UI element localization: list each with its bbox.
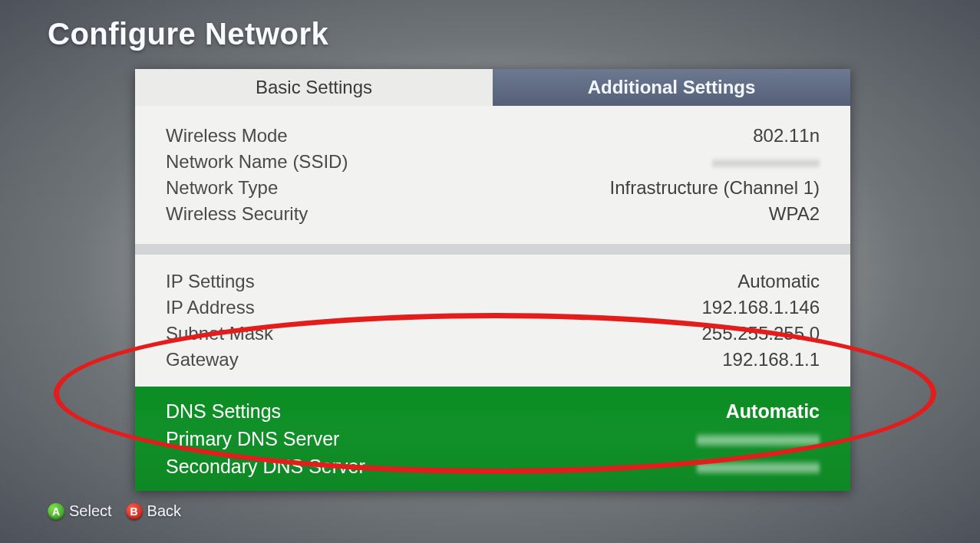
- ssid-row: Network Name (SSID): [166, 149, 820, 175]
- ip-settings-label: IP Settings: [166, 268, 255, 295]
- page-title: Configure Network: [48, 17, 328, 51]
- ssid-obscured: [712, 157, 820, 169]
- secondary-dns-label: Secondary DNS Server: [166, 452, 365, 480]
- wireless-mode-row: Wireless Mode 802.11n: [166, 123, 820, 149]
- ip-settings-row: IP Settings Automatic: [166, 268, 820, 295]
- network-type-value: Infrastructure (Channel 1): [610, 175, 820, 201]
- primary-dns-value: [697, 425, 820, 452]
- settings-panel: Basic Settings Additional Settings Wirel…: [135, 69, 850, 491]
- tabs: Basic Settings Additional Settings: [135, 69, 850, 106]
- b-button-icon: B: [126, 503, 143, 520]
- dns-settings-value: Automatic: [726, 397, 820, 425]
- ip-address-value: 192.168.1.146: [702, 295, 820, 321]
- network-type-row: Network Type Infrastructure (Channel 1): [166, 175, 820, 201]
- tab-additional-settings[interactable]: Additional Settings: [493, 69, 850, 106]
- gateway-value: 192.168.1.1: [722, 347, 820, 373]
- footer-hints: A Select B Back: [48, 502, 181, 520]
- secondary-dns-value: [697, 452, 820, 480]
- subnet-mask-row: Subnet Mask 255.255.255.0: [166, 321, 820, 347]
- gateway-row: Gateway 192.168.1.1: [166, 347, 820, 373]
- gateway-label: Gateway: [166, 347, 239, 373]
- b-button-label: Back: [147, 502, 181, 520]
- subnet-mask-label: Subnet Mask: [166, 321, 273, 347]
- ip-section[interactable]: IP Settings Automatic IP Address 192.168…: [135, 255, 850, 387]
- dns-settings-row: DNS Settings Automatic: [166, 397, 820, 425]
- ip-address-row: IP Address 192.168.1.146: [166, 295, 820, 321]
- wireless-security-value: WPA2: [769, 201, 820, 227]
- secondary-dns-obscured: [697, 461, 820, 475]
- b-button-hint: B Back: [126, 502, 181, 520]
- wireless-mode-value: 802.11n: [753, 123, 820, 149]
- primary-dns-label: Primary DNS Server: [166, 425, 339, 452]
- secondary-dns-row: Secondary DNS Server: [166, 452, 820, 480]
- ip-address-label: IP Address: [166, 295, 255, 321]
- a-button-label: Select: [69, 502, 112, 520]
- primary-dns-obscured: [697, 433, 820, 447]
- ip-settings-value: Automatic: [737, 268, 820, 295]
- primary-dns-row: Primary DNS Server: [166, 425, 820, 452]
- dns-section[interactable]: DNS Settings Automatic Primary DNS Serve…: [135, 387, 850, 491]
- network-type-label: Network Type: [166, 175, 278, 201]
- dns-settings-label: DNS Settings: [166, 397, 281, 425]
- tab-basic-settings[interactable]: Basic Settings: [135, 69, 493, 106]
- ssid-value: [712, 149, 820, 175]
- wireless-security-row: Wireless Security WPA2: [166, 201, 820, 227]
- subnet-mask-value: 255.255.255.0: [702, 321, 820, 347]
- wireless-security-label: Wireless Security: [166, 201, 308, 227]
- a-button-hint: A Select: [48, 502, 112, 520]
- wireless-mode-label: Wireless Mode: [166, 123, 288, 149]
- section-divider: [135, 244, 850, 255]
- ssid-label: Network Name (SSID): [166, 149, 348, 175]
- a-button-icon: A: [48, 503, 64, 520]
- wireless-section[interactable]: Wireless Mode 802.11n Network Name (SSID…: [135, 106, 850, 244]
